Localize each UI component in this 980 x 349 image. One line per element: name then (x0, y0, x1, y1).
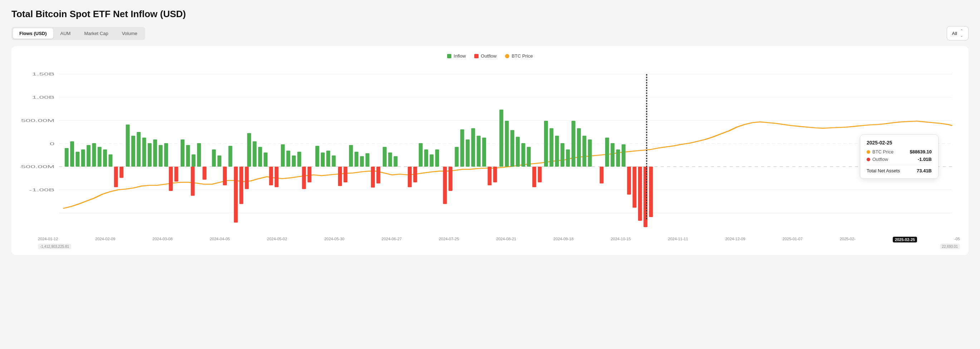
x-label-8: 2024-08-21 (496, 237, 516, 243)
svg-rect-84 (622, 144, 625, 167)
svg-text:500.00M: 500.00M (21, 118, 55, 123)
legend-inflow: Inflow (447, 53, 466, 59)
svg-rect-17 (87, 145, 91, 167)
svg-rect-34 (212, 149, 216, 167)
svg-rect-43 (292, 155, 296, 167)
svg-rect-32 (192, 154, 196, 167)
svg-rect-59 (435, 149, 439, 167)
chart-container: Inflow Outflow BTC Price 1.50B 1.00B 500… (11, 46, 969, 255)
x-label-13: 2025-01-07 (783, 237, 803, 243)
svg-rect-73 (549, 128, 553, 167)
svg-rect-76 (566, 149, 570, 167)
svg-rect-13 (65, 148, 69, 167)
svg-rect-30 (181, 140, 185, 167)
svg-rect-14 (70, 141, 74, 167)
svg-rect-111 (600, 167, 604, 184)
svg-rect-40 (264, 152, 267, 167)
svg-rect-44 (297, 152, 301, 167)
svg-rect-42 (286, 151, 290, 167)
svg-rect-66 (499, 109, 503, 167)
svg-rect-62 (466, 140, 469, 167)
svg-rect-103 (408, 167, 412, 187)
svg-rect-80 (588, 140, 592, 167)
chart-area: 1.50B 1.00B 500.00M 0 -500.00M -1.00B (20, 63, 960, 235)
chart-svg: 1.50B 1.00B 500.00M 0 -500.00M -1.00B (20, 63, 960, 235)
svg-rect-64 (477, 135, 481, 167)
svg-rect-110 (538, 167, 542, 182)
x-label-4: 2024-05-02 (267, 237, 287, 243)
svg-rect-91 (223, 167, 227, 185)
svg-rect-55 (394, 156, 398, 167)
svg-rect-41 (281, 144, 285, 167)
svg-rect-71 (527, 147, 531, 167)
svg-rect-47 (326, 151, 330, 167)
svg-rect-39 (258, 147, 262, 167)
svg-rect-113 (633, 167, 636, 208)
svg-rect-20 (103, 149, 107, 167)
range-label: All (952, 31, 957, 36)
controls-row: Flows (USD) AUM Market Cap Volume All ⌃⌄ (11, 26, 969, 40)
svg-rect-69 (516, 137, 520, 167)
tab-flows[interactable]: Flows (USD) (13, 28, 53, 39)
bottom-label-right: 22,693.01 (940, 244, 960, 249)
svg-rect-53 (383, 147, 387, 167)
svg-rect-81 (605, 138, 609, 167)
svg-rect-54 (388, 152, 392, 167)
tab-volume[interactable]: Volume (116, 28, 144, 39)
svg-rect-27 (153, 140, 157, 167)
tab-aum[interactable]: AUM (54, 28, 77, 39)
legend-outflow: Outflow (474, 53, 496, 59)
x-label-6: 2024-06-27 (382, 237, 402, 243)
svg-rect-37 (247, 133, 251, 167)
x-label-7: 2024-07-25 (439, 237, 459, 243)
svg-rect-51 (360, 156, 364, 167)
svg-rect-28 (159, 145, 163, 167)
svg-rect-87 (169, 167, 173, 191)
svg-text:1.50B: 1.50B (32, 72, 54, 76)
svg-rect-45 (315, 146, 320, 167)
x-label-9: 2024-09-18 (553, 237, 573, 243)
x-label-3: 2024-04-05 (210, 237, 230, 243)
svg-rect-49 (349, 145, 353, 167)
svg-rect-112 (627, 167, 631, 195)
svg-rect-90 (202, 167, 206, 180)
svg-rect-86 (119, 167, 123, 178)
svg-rect-67 (505, 121, 509, 167)
svg-rect-19 (98, 147, 102, 167)
svg-rect-95 (269, 167, 273, 185)
x-label-14: 2025-02- (840, 237, 856, 243)
svg-rect-105 (443, 167, 447, 204)
svg-text:-500.00M: -500.00M (20, 165, 54, 169)
svg-rect-101 (371, 167, 375, 187)
svg-rect-35 (218, 155, 221, 167)
svg-rect-36 (229, 146, 232, 167)
svg-rect-25 (142, 138, 146, 167)
svg-rect-77 (571, 121, 576, 167)
svg-rect-78 (577, 128, 581, 167)
svg-rect-29 (164, 143, 168, 167)
svg-rect-50 (355, 152, 358, 167)
legend: Inflow Outflow BTC Price (20, 53, 960, 59)
svg-rect-102 (376, 167, 380, 184)
svg-rect-75 (560, 143, 565, 167)
svg-rect-46 (321, 152, 325, 167)
svg-rect-96 (275, 167, 278, 187)
svg-rect-21 (108, 154, 112, 167)
svg-rect-99 (338, 167, 342, 186)
bottom-row: -1,412,903,225.81 22,693.01 (20, 244, 960, 249)
legend-btc-price: BTC Price (505, 53, 533, 59)
svg-text:0: 0 (50, 141, 54, 146)
range-chevron-icon: ⌃⌄ (960, 29, 963, 38)
x-label-5: 2024-05-30 (325, 237, 344, 243)
svg-rect-31 (186, 145, 190, 167)
tab-market-cap[interactable]: Market Cap (78, 28, 115, 39)
range-select[interactable]: All ⌃⌄ (947, 26, 969, 40)
svg-rect-26 (148, 143, 152, 167)
svg-rect-72 (544, 121, 548, 167)
svg-rect-97 (302, 167, 306, 189)
x-label-2: 2024-03-08 (153, 237, 172, 243)
svg-rect-89 (191, 167, 194, 195)
svg-rect-15 (75, 152, 80, 167)
x-label-11: 2024-11-11 (668, 237, 688, 243)
x-label-0: 2024-01-12 (38, 237, 58, 243)
